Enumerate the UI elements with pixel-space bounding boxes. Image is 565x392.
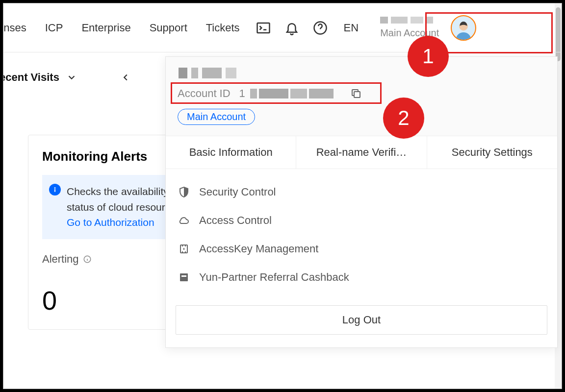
nav-item-expenses[interactable]: enses	[3, 22, 30, 34]
menu-security-control[interactable]: Security Control	[178, 178, 545, 206]
nav-item-icp[interactable]: ICP	[41, 22, 67, 34]
nav-item-enterprise[interactable]: Enterprise	[77, 22, 134, 34]
tab-security-settings[interactable]: Security Settings	[427, 136, 557, 169]
cashback-icon	[178, 271, 190, 284]
nav-item-tickets[interactable]: Tickets	[202, 22, 244, 34]
svg-rect-4	[54, 189, 55, 192]
tab-realname-verification[interactable]: Real-name Verifi…	[296, 136, 427, 169]
cloudshell-icon[interactable]	[255, 19, 272, 37]
svg-rect-8	[180, 273, 188, 281]
avatar[interactable]	[451, 15, 476, 41]
menu-label: AccessKey Management	[199, 243, 318, 255]
chevron-left-icon[interactable]	[120, 72, 131, 83]
language-switch[interactable]: EN	[340, 22, 363, 34]
copy-account-id-button[interactable]	[350, 88, 362, 99]
recent-visits-label: ecent Visits	[3, 71, 59, 84]
bell-icon[interactable]	[283, 19, 301, 37]
svg-point-3	[54, 187, 56, 189]
shield-icon	[178, 186, 190, 198]
dropdown-account-name-redacted	[179, 68, 545, 78]
menu-referral-cashback[interactable]: Yun-Partner Referral Cashback	[178, 263, 545, 292]
main-account-pill: Main Account	[178, 109, 255, 125]
menu-label: Security Control	[199, 186, 276, 198]
account-menu-trigger[interactable]: Main Account	[373, 6, 483, 49]
info-icon	[49, 184, 61, 196]
logout-button[interactable]: Log Out	[176, 305, 547, 335]
svg-rect-9	[181, 275, 186, 277]
account-type-label: Main Account	[380, 27, 439, 39]
menu-accesskey-management[interactable]: AccessKey Management	[178, 235, 545, 263]
account-id-first-digit: 1	[239, 87, 245, 100]
go-to-authorization-link[interactable]: Go to Authorization	[67, 217, 154, 228]
help-icon[interactable]	[311, 19, 329, 37]
account-id-label: Account ID	[178, 87, 231, 100]
alerting-label: Alerting	[42, 253, 79, 266]
top-nav: enses ICP Enterprise Support Tickets EN …	[3, 3, 562, 52]
dropdown-tabs: Basic Information Real-name Verifi… Secu…	[166, 136, 557, 169]
chevron-down-icon	[66, 72, 77, 83]
svg-rect-0	[257, 23, 269, 33]
menu-label: Access Control	[199, 214, 272, 227]
tab-basic-information[interactable]: Basic Information	[166, 136, 296, 169]
svg-rect-6	[354, 92, 360, 98]
nav-item-support[interactable]: Support	[146, 22, 191, 34]
cloud-icon	[178, 214, 190, 227]
menu-access-control[interactable]: Access Control	[178, 206, 545, 235]
menu-label: Yun-Partner Referral Cashback	[199, 271, 349, 284]
key-icon	[178, 243, 190, 255]
account-dropdown: Account ID 1 Main Account Basic Informat…	[165, 56, 558, 348]
account-name-redacted	[380, 17, 444, 25]
account-id-row: Account ID 1	[178, 87, 545, 100]
account-id-redacted	[250, 89, 334, 98]
info-outline-icon[interactable]	[83, 255, 92, 264]
